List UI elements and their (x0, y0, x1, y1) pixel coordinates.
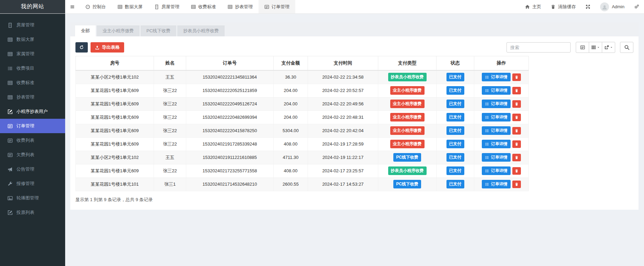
refresh-button[interactable] (75, 42, 88, 53)
sidebar-item[interactable]: 投票列表 (0, 205, 65, 220)
cell-time: 2024-02-19 17:28:59 (308, 137, 378, 151)
delete-button[interactable] (512, 127, 521, 135)
order-detail-label: 订单详情 (491, 114, 508, 120)
cell-amount: 204.00 (274, 97, 308, 111)
sidebar-item[interactable]: 收费项目 (0, 61, 65, 76)
cell-pay-type: 业主小程序缴费 (378, 124, 437, 137)
delete-button[interactable] (512, 73, 521, 81)
sidebar-item[interactable]: 收费列表 (0, 133, 65, 148)
cell-pay-type: PC线下收费 (378, 151, 437, 164)
order-detail-button[interactable]: 订单详情 (482, 73, 511, 81)
upload-icon (95, 45, 99, 50)
cell-room: 某某花园1号楼1单元609 (76, 111, 154, 124)
table-row: 某某小区2号楼1单元102王五1532024021911221610885471… (76, 151, 529, 164)
filter-tab[interactable]: 抄表员小程序收费 (177, 25, 225, 36)
cell-status: 已支付 (437, 137, 474, 151)
pay-type-badge: 抄表员小程序收费 (388, 166, 427, 175)
sidebar-item[interactable]: 数据大屏 (0, 32, 65, 47)
toolbar-right (506, 42, 633, 53)
sidebar-item[interactable]: 欠费列表 (0, 148, 65, 162)
order-detail-button[interactable]: 订单详情 (482, 113, 511, 122)
filter-tab[interactable]: 全部 (75, 25, 96, 36)
user-menu[interactable]: Admin (600, 2, 624, 11)
cell-amount: 204.00 (274, 111, 308, 124)
delete-button[interactable] (512, 181, 521, 188)
status-badge: 已支付 (446, 113, 464, 122)
brand-logo[interactable]: 我的网站 (0, 0, 65, 13)
cell-status: 已支付 (437, 70, 474, 84)
delete-button[interactable] (512, 87, 521, 94)
order-detail-button[interactable]: 订单详情 (482, 100, 511, 108)
delete-button[interactable] (512, 167, 521, 175)
topnav-item[interactable]: 房屋管理 (148, 0, 185, 13)
topnav-home[interactable]: 主页 (525, 4, 541, 10)
sidebar-item[interactable]: 报修管理 (0, 176, 65, 191)
sidebar-item[interactable]: 小程序抄表用户 (0, 104, 65, 119)
cell-room: 某某花园1号楼1单元609 (76, 97, 154, 111)
sidebar-item[interactable]: 轮播图管理 (0, 191, 65, 205)
sidebar-item[interactable]: 公告管理 (0, 162, 65, 176)
export-table-button[interactable]: 导出表格 (91, 42, 124, 53)
top-navbar: 我的网站 控制台数据大屏房屋管理收费标准抄表管理订单管理 主页 清除缓存 Adm… (0, 0, 644, 14)
fullscreen-button[interactable] (585, 4, 591, 9)
gears-icon (634, 4, 639, 9)
order-detail-button[interactable]: 订单详情 (482, 180, 511, 188)
cell-name: 王五 (154, 151, 186, 164)
column-header: 支付金额 (274, 56, 308, 71)
cell-actions: 订单详情 (474, 177, 529, 191)
topnav-item[interactable]: 收费标准 (185, 0, 222, 13)
cell-time: 2024-02-22 20:42:04 (308, 124, 378, 137)
pay-type-badge: 业主小程序缴费 (390, 100, 425, 108)
topnav-item[interactable]: 抄表管理 (222, 0, 259, 13)
cell-pay-type: 业主小程序缴费 (378, 84, 437, 97)
order-detail-button[interactable]: 订单详情 (482, 86, 511, 95)
status-badge: 已支付 (446, 100, 464, 108)
cell-actions: 订单详情 (474, 111, 529, 124)
delete-button[interactable] (512, 100, 521, 108)
topnav-item-label: 数据大屏 (125, 4, 143, 10)
content-panel: 全部业主小程序缴费PC线下收费抄表员小程序收费 导出表格 (70, 22, 639, 210)
export-data-button[interactable] (602, 42, 615, 53)
cell-pay-type: 业主小程序缴费 (378, 137, 437, 151)
topnav-clear-cache[interactable]: 清除缓存 (551, 4, 576, 10)
sidebar-item[interactable]: 收费标准 (0, 76, 65, 90)
cell-name: 张三22 (154, 111, 186, 124)
column-header: 订单号 (186, 56, 274, 71)
order-detail-button[interactable]: 订单详情 (482, 153, 511, 162)
sidebar-item[interactable]: 房屋管理 (0, 18, 65, 32)
topnav-item[interactable]: 数据大屏 (112, 0, 148, 13)
topnav-item[interactable]: 订单管理 (259, 0, 295, 13)
order-detail-button[interactable]: 订单详情 (482, 126, 511, 135)
topnav-item[interactable]: 控制台 (80, 0, 112, 13)
filter-tab[interactable]: 业主小程序缴费 (97, 25, 140, 36)
columns-button[interactable] (589, 42, 602, 53)
search-icon (624, 45, 630, 50)
order-detail-button[interactable]: 订单详情 (482, 166, 511, 175)
sidebar-item-label: 家属管理 (16, 51, 34, 57)
sidebar-item[interactable]: 订单管理 (0, 119, 65, 133)
order-detail-label: 订单详情 (491, 88, 508, 93)
search-input[interactable] (506, 42, 571, 53)
order-detail-button[interactable]: 订单详情 (482, 140, 511, 148)
sidebar-item[interactable]: 家属管理 (0, 47, 65, 61)
trash-icon (515, 102, 518, 106)
search-button[interactable] (620, 42, 633, 53)
sidebar-item[interactable]: 抄表管理 (0, 90, 65, 104)
username: Admin (612, 4, 624, 9)
settings-button[interactable] (634, 4, 639, 9)
cell-room: 某某小区2号楼1单元102 (76, 70, 154, 84)
sidebar-item-label: 轮播图管理 (16, 195, 39, 201)
list-alt-icon (580, 45, 585, 50)
building-icon (154, 4, 159, 9)
delete-button[interactable] (512, 154, 521, 161)
delete-button[interactable] (512, 140, 521, 148)
cell-room: 某某花园1号楼1单元609 (76, 124, 154, 137)
order-detail-label: 订单详情 (491, 168, 508, 174)
sidebar-toggle-button[interactable] (65, 0, 80, 13)
trash-icon (515, 155, 518, 160)
cell-room: 某某花园1号楼1单元609 (76, 84, 154, 97)
toggle-pagination-button[interactable] (576, 42, 589, 53)
filter-tab[interactable]: PC线下收费 (141, 25, 176, 36)
status-badge: 已支付 (446, 126, 464, 135)
delete-button[interactable] (512, 114, 521, 121)
